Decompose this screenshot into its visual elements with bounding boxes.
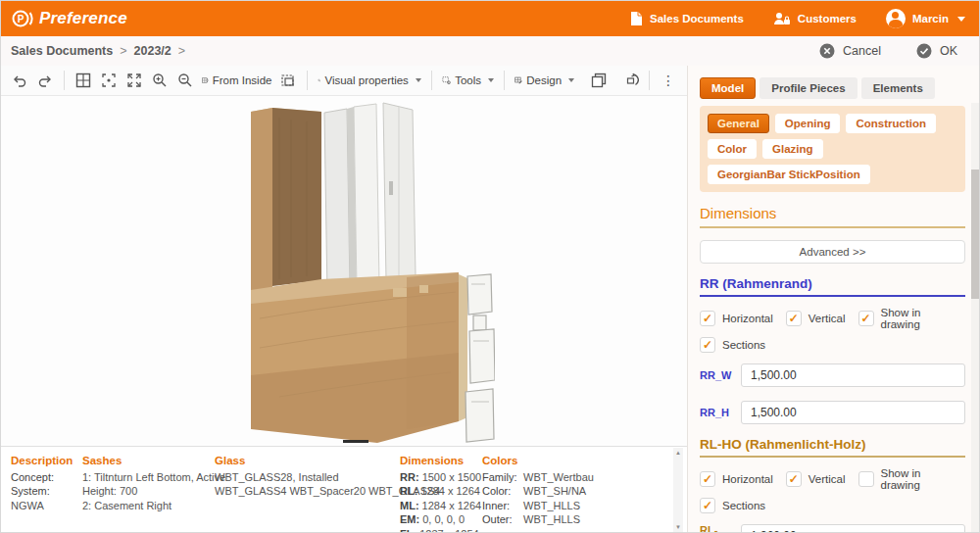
undo-button[interactable] bbox=[7, 69, 32, 92]
zoom-out-icon bbox=[177, 73, 193, 88]
tools-gear-icon bbox=[442, 73, 451, 88]
breadcrumb-current[interactable]: 2023/2 bbox=[134, 44, 172, 58]
checkbox-icon[interactable] bbox=[700, 498, 715, 513]
tab-profile-pieces[interactable]: Profile Pieces bbox=[760, 77, 857, 99]
rlho-checkbox-row: Sections bbox=[700, 498, 965, 513]
center-view-button[interactable] bbox=[96, 69, 122, 92]
tab-model[interactable]: Model bbox=[700, 77, 756, 99]
checkbox-icon[interactable] bbox=[858, 471, 874, 487]
rr-h-label: RR_H bbox=[700, 407, 741, 418]
summary-dimensions: Dimensions RR: 1500 x 1500 RL: 1284 x 12… bbox=[400, 454, 474, 533]
rlho-vertical-checkbox[interactable]: Vertical bbox=[786, 471, 846, 487]
zoom-in-button[interactable] bbox=[147, 69, 172, 92]
breadcrumb-separator: > bbox=[120, 44, 126, 58]
ok-button[interactable]: OK bbox=[916, 43, 957, 59]
checkbox-icon[interactable] bbox=[700, 311, 715, 326]
tab-georgianbar-stickposition[interactable]: GeorgianBar StickPosition bbox=[708, 165, 870, 184]
view-side-icon bbox=[202, 73, 209, 88]
tools-button[interactable]: Tools bbox=[438, 69, 498, 92]
customers-icon bbox=[773, 12, 791, 26]
rr-checkbox-row: Horizontal Vertical Show in drawing bbox=[700, 307, 965, 330]
redo-button[interactable] bbox=[32, 69, 58, 92]
rlho-w-input[interactable] bbox=[741, 524, 965, 533]
concept-label: Concept: bbox=[11, 470, 60, 485]
cancel-button[interactable]: Cancel bbox=[819, 43, 881, 59]
dim-label: RL: bbox=[400, 484, 417, 499]
cancel-label: Cancel bbox=[843, 44, 881, 58]
tab-elements[interactable]: Elements bbox=[861, 77, 935, 99]
checkbox-icon[interactable] bbox=[700, 471, 715, 487]
from-inside-button[interactable]: From Inside bbox=[198, 69, 276, 92]
scroll-down-icon[interactable]: ▼ bbox=[675, 524, 681, 530]
checkbox-label: Show in drawing bbox=[881, 467, 954, 491]
summary-scrollbar[interactable]: ▲ ▼ bbox=[673, 448, 683, 532]
color-label: Inner: bbox=[482, 499, 523, 513]
rr-show-in-drawing-checkbox[interactable]: Show in drawing bbox=[858, 307, 954, 330]
check-icon bbox=[916, 43, 932, 59]
color-value: WBT_Wertbau bbox=[523, 471, 594, 483]
tab-glazing[interactable]: Glazing bbox=[762, 139, 823, 159]
summary-description-title: Description bbox=[11, 454, 82, 468]
rlho-sections-checkbox[interactable]: Sections bbox=[700, 498, 765, 513]
grid-view-button[interactable] bbox=[71, 69, 96, 92]
panel-scrollbar-track[interactable] bbox=[971, 103, 979, 533]
user-menu[interactable]: Marcin bbox=[886, 9, 965, 28]
fit-view-button[interactable] bbox=[122, 69, 147, 92]
rotate-icon bbox=[622, 73, 639, 88]
model-3d-viewport[interactable] bbox=[1, 96, 687, 446]
breadcrumb-separator: > bbox=[178, 44, 185, 58]
sash-line: 2: Casement Right bbox=[82, 499, 215, 513]
dimensions-section-title: Dimensions bbox=[700, 205, 965, 221]
tab-general[interactable]: General bbox=[708, 114, 769, 133]
rr-section-heading: RR (Rahmenrand) bbox=[700, 276, 965, 297]
selection-frame-button[interactable] bbox=[275, 69, 301, 92]
dim-value: 0, 0, 0, 0 bbox=[422, 513, 465, 525]
dialog-actions: Cancel OK bbox=[819, 43, 957, 59]
menu-sales-documents-label: Sales Documents bbox=[650, 13, 744, 24]
menu-customers[interactable]: Customers bbox=[773, 12, 857, 26]
svg-text:P: P bbox=[18, 14, 24, 24]
tab-construction[interactable]: Construction bbox=[846, 114, 936, 133]
rlho-horizontal-checkbox[interactable]: Horizontal bbox=[700, 471, 773, 487]
rr-w-input[interactable] bbox=[741, 363, 965, 387]
breadcrumb: Sales Documents > 2023/2 > bbox=[11, 44, 185, 58]
brand-name: Preference bbox=[39, 9, 127, 28]
glass-line: WBT_GLASS28, Installed bbox=[215, 470, 400, 485]
sash-line: 1: Tiltnturn Left Bottom, Active bbox=[82, 470, 215, 485]
menu-sales-documents[interactable]: Sales Documents bbox=[629, 11, 744, 26]
menu-customers-label: Customers bbox=[798, 13, 857, 24]
rlho-show-in-drawing-checkbox[interactable]: Show in drawing bbox=[858, 467, 954, 491]
rr-vertical-checkbox[interactable]: Vertical bbox=[786, 311, 846, 326]
checkbox-icon[interactable] bbox=[858, 311, 874, 326]
undo-icon bbox=[12, 73, 27, 87]
properties-panel: Model Profile Pieces Elements General Op… bbox=[687, 66, 979, 533]
dim-label: EM: bbox=[400, 512, 419, 527]
checkbox-icon[interactable] bbox=[700, 337, 715, 353]
design-label: Design bbox=[526, 74, 562, 86]
panel-scrollbar-thumb[interactable] bbox=[971, 170, 979, 299]
summary-colors-title: Colors bbox=[482, 454, 629, 468]
system-value: NGWA bbox=[11, 500, 44, 511]
section-divider bbox=[700, 226, 965, 228]
copy-model-button[interactable] bbox=[586, 69, 612, 92]
rr-h-input[interactable] bbox=[741, 401, 965, 424]
design-button[interactable]: Design bbox=[511, 69, 578, 92]
checkbox-label: Vertical bbox=[808, 473, 846, 485]
brand-logo[interactable]: P Preference bbox=[11, 7, 127, 30]
rotate-model-button[interactable] bbox=[617, 69, 643, 92]
scroll-up-icon[interactable]: ▲ bbox=[675, 450, 681, 456]
summary-sashes: Sashes 1: Tiltnturn Left Bottom, Active … bbox=[82, 454, 215, 533]
visual-properties-button[interactable]: Visual properties bbox=[314, 69, 425, 92]
zoom-out-button[interactable] bbox=[172, 69, 198, 92]
advanced-button[interactable]: Advanced >> bbox=[700, 240, 965, 264]
tab-opening[interactable]: Opening bbox=[775, 114, 841, 133]
tab-color[interactable]: Color bbox=[708, 139, 757, 159]
chevron-down-icon bbox=[957, 17, 965, 22]
rr-sections-checkbox[interactable]: Sections bbox=[700, 337, 765, 353]
checkbox-icon[interactable] bbox=[786, 471, 802, 487]
rr-horizontal-checkbox[interactable]: Horizontal bbox=[700, 311, 773, 326]
checkbox-icon[interactable] bbox=[786, 311, 802, 326]
more-options-button[interactable]: ⋮ bbox=[656, 69, 681, 92]
rr-w-label: RR_W bbox=[700, 369, 741, 381]
breadcrumb-sales-documents[interactable]: Sales Documents bbox=[11, 44, 113, 58]
